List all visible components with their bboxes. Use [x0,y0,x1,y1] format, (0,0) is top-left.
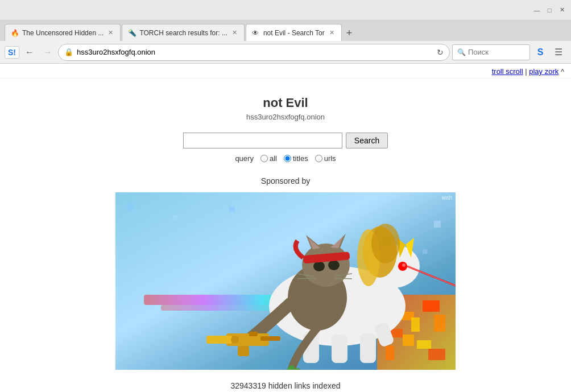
page-content: troll scroll | play zork ^ not Evil hss3… [0,64,571,392]
tab-torch[interactable]: 🔦 TORCH search results for: ... ✕ [122,24,244,41]
urls-option: urls [315,154,336,163]
svg-point-47 [231,336,239,344]
svg-rect-53 [423,249,427,254]
svg-rect-6 [434,315,445,332]
extensions-button[interactable]: S [532,44,548,60]
svg-point-20 [402,263,406,267]
browser-toolbar: S! ← → 🔒 ↻ 🔍 S ☰ [0,41,571,64]
tab-title-uncensored: The Uncensored Hidden ... [22,29,104,37]
urls-label: urls [324,154,336,163]
svg-point-25 [371,224,400,263]
cat-unicorn-illustration [115,192,456,370]
svg-rect-46 [260,336,280,341]
titles-option: titles [284,154,308,163]
svg-rect-11 [386,346,394,360]
svg-point-37 [328,260,340,270]
info-icon: 🔒 [64,48,73,56]
urls-radio[interactable] [315,155,322,162]
svg-line-40 [297,278,316,279]
tab-close-uncensored[interactable]: ✕ [107,29,114,36]
watermark: wah [442,195,452,201]
search-button[interactable]: Search [346,133,388,148]
new-tab-button[interactable]: + [343,25,356,41]
tab-close-notevil[interactable]: ✕ [328,29,336,36]
back-button[interactable]: ← [22,44,38,60]
tab-icon-torch: 🔦 [128,29,136,37]
all-option: all [260,154,277,163]
site-url: hss3uro2hsxfogfq.onion [246,113,325,121]
svg-point-31 [302,244,350,287]
address-input[interactable] [77,48,431,56]
close-button[interactable]: ✕ [557,6,566,15]
play-zork-link[interactable]: play zork [529,67,558,76]
titles-radio[interactable] [284,155,291,162]
tab-icon-notevil: 👁 [252,29,260,37]
sponsored-image: wah [115,192,456,370]
tab-title-notevil: not Evil - Search Tor [263,29,325,37]
svg-rect-8 [403,335,414,346]
forward-button[interactable]: → [40,44,56,60]
puzzle-icon: S [537,47,544,57]
menu-button[interactable]: ☰ [551,44,566,60]
search-icon: 🔍 [457,48,466,56]
browser-search-input[interactable] [468,48,525,56]
index-count: 32943319 hidden links indexed [230,381,340,392]
svg-rect-50 [172,215,177,220]
svg-rect-51 [229,207,235,212]
query-label: query [235,154,254,163]
refresh-button[interactable]: ↻ [437,48,444,57]
svg-rect-44 [238,346,249,356]
tab-notevil[interactable]: 👁 not Evil - Search Tor ✕ [246,24,342,41]
search-options: query all titles urls [235,154,336,163]
main-area: not Evil hss3uro2hsxfogfq.onion Search q… [0,79,571,392]
svg-rect-4 [411,317,420,332]
svg-point-36 [313,261,325,271]
all-label: all [270,154,277,163]
address-bar-wrapper: 🔒 ↻ [58,44,450,61]
search-input[interactable] [183,133,342,148]
tab-title-torch: TORCH search results for: ... [139,29,227,37]
minimize-button[interactable]: — [532,6,541,15]
svg-rect-9 [417,340,431,349]
svg-rect-28 [360,333,376,363]
scroll-up-indicator: ^ [561,67,564,76]
svg-line-42 [334,278,352,279]
titlebar: — □ ✕ [0,0,571,20]
site-title: not Evil [263,96,308,110]
svg-rect-48 [249,332,258,336]
svg-rect-27 [332,335,347,363]
sponsored-label: Sponsored by [261,176,310,185]
svg-rect-52 [434,221,441,228]
extensions-indicator: S! [5,46,19,59]
svg-rect-10 [428,349,445,360]
titles-label: titles [293,154,308,163]
window-controls: — □ ✕ [532,6,566,15]
tab-close-torch[interactable]: ✕ [231,29,238,36]
browser-search-wrapper: 🔍 [452,44,530,60]
svg-rect-49 [127,204,134,211]
all-radio[interactable] [260,155,268,162]
top-links-bar: troll scroll | play zork ^ [0,64,571,79]
search-form: Search [183,133,388,148]
maximize-button[interactable]: □ [545,6,554,15]
tab-bar: 🔥 The Uncensored Hidden ... ✕ 🔦 TORCH se… [0,20,571,41]
tab-uncensored[interactable]: 🔥 The Uncensored Hidden ... ✕ [5,24,121,41]
svg-rect-5 [423,300,440,312]
svg-rect-45 [206,336,232,344]
tab-icon-uncensored: 🔥 [11,29,19,37]
troll-scroll-link[interactable]: troll scroll [492,67,523,76]
